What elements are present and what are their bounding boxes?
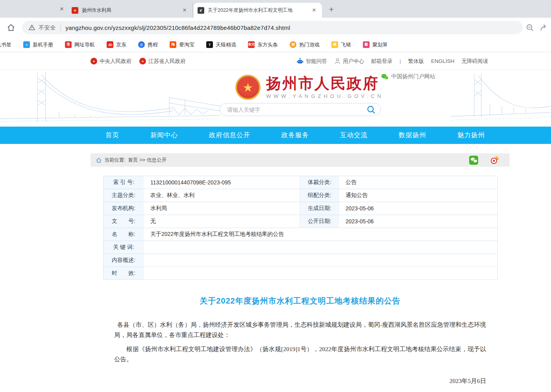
bookmark-jd[interactable]: JD 京东 xyxy=(107,41,126,48)
bookmark-label: 热门游戏 xyxy=(299,41,320,48)
bookmark-label: 京东 xyxy=(116,41,126,48)
bookmark-hot-games[interactable]: 游 热门游戏 xyxy=(290,41,320,48)
link-english[interactable]: ENGLISH xyxy=(431,58,454,64)
nav-data-yangzhou[interactable]: 数据扬州 xyxy=(399,131,426,140)
link-central-government[interactable]: ★ 中央人民政府 xyxy=(91,58,131,65)
link-label: 用户中心 xyxy=(343,58,364,65)
meta-label: 内容概述: xyxy=(104,254,144,267)
close-tab-icon[interactable]: × xyxy=(310,6,318,14)
eastday-icon: 东方 xyxy=(248,41,255,48)
site-logo[interactable]: ★ 扬州市人民政府 WWW.YANGZHOU.GOV.CN xyxy=(235,75,384,100)
gov-emblem-icon: ★ xyxy=(91,58,97,64)
link-traditional-chinese[interactable]: 繁体版 xyxy=(408,58,424,65)
bookmark-aitaobao[interactable]: 淘 爱淘宝 xyxy=(170,41,194,48)
search-icon[interactable] xyxy=(366,105,376,114)
page-content: 当前位置: 首页 >> 信息公开 索 引 号: 1132100001440709… xyxy=(91,144,510,392)
bookmark-juhuasuan[interactable]: 聚 聚划算 xyxy=(363,41,388,48)
meta-label: 文 号: xyxy=(104,215,144,228)
announcement-article: 关于2022年度扬州市水利工程文明工地考核结果的公告 各县（市、区）水利（务）局… xyxy=(91,296,510,392)
bookmark-phone-bookmarks[interactable]: 机书签 xyxy=(0,41,11,48)
link-label: 中央人民政府 xyxy=(100,58,131,65)
nav-home[interactable]: 首页 xyxy=(105,131,119,140)
link-label: 邮箱登录 xyxy=(371,58,392,65)
wechat-icon xyxy=(381,74,388,80)
link-user-center[interactable]: 用户中心 xyxy=(334,58,364,65)
gov-emblem-icon: ★ xyxy=(139,58,146,64)
site-name: 扬州市人民政府 xyxy=(266,75,384,92)
tab-title: 关于2022年度扬州市水利工程文明工地 xyxy=(208,7,308,14)
security-label[interactable]: 不安全 xyxy=(39,24,56,31)
tab-yangzhou-water-bureau[interactable]: ★ 扬州市水利局 × xyxy=(68,3,193,18)
share-icon[interactable] xyxy=(540,23,548,32)
breadcrumb-home[interactable]: 首页 xyxy=(128,157,138,164)
link-smart-qa[interactable]: 智能问答 xyxy=(296,57,327,65)
bookmark-tmall[interactable]: T 天猫精选 xyxy=(206,41,236,48)
nav-gov-info-disclosure[interactable]: 政府信息公开 xyxy=(209,131,250,140)
tab-bar: × ★ 扬州市水利局 × e 关于2022年度扬州市水利工程文明工地 × + xyxy=(0,0,551,18)
breadcrumb-current[interactable]: 信息公开 xyxy=(147,157,166,164)
article-paragraph: 各县（市、区）水利（务）局，扬州经济开发区城乡事务管理局，生态科技新城规划建设局… xyxy=(114,320,486,340)
close-tab-icon[interactable]: × xyxy=(181,6,189,14)
meta-value xyxy=(144,241,497,254)
link-label: 无障碍阅读 xyxy=(462,58,488,65)
table-row: 时 效: xyxy=(104,267,497,280)
home-icon[interactable] xyxy=(6,22,17,33)
bookmark-fliggy[interactable]: 猪 飞猪 xyxy=(331,41,351,48)
breadcrumb-prefix: 当前位置: xyxy=(104,157,125,164)
bookmark-label: 飞猪 xyxy=(341,41,351,48)
meta-value: 水利局 xyxy=(144,202,300,215)
meta-label: 生成日期: xyxy=(300,202,339,215)
close-tab-icon[interactable]: × xyxy=(57,5,66,13)
meta-label: 体裁分类: xyxy=(300,176,339,189)
site-url: WWW.YANGZHOU.GOV.CN xyxy=(266,93,384,99)
document-meta-table: 索 引 号: 11321000014407098E-2023-095 体裁分类:… xyxy=(103,176,498,280)
share-wechat-icon[interactable] xyxy=(469,156,478,165)
browser-window: × ★ 扬州市水利局 × e 关于2022年度扬州市水利工程文明工地 × + 不… xyxy=(0,0,551,392)
bookmark-label: 携程 xyxy=(148,41,158,48)
meta-value: 11321000014407098E-2023-095 xyxy=(144,176,300,189)
games-icon: 游 xyxy=(290,41,296,48)
bookmark-eastday[interactable]: 东方 东方头条 xyxy=(248,41,278,48)
table-row: 关 键 词: xyxy=(104,241,497,254)
nav-gov-services[interactable]: 政务服务 xyxy=(281,131,309,140)
table-row: 名 称: 关于2022年度扬州市水利工程文明工地考核结果的公告 xyxy=(104,228,497,241)
tab-announcement-active[interactable]: e 关于2022年度扬州市水利工程文明工地 × xyxy=(194,3,322,18)
new-tab-button[interactable]: + xyxy=(326,4,337,15)
table-row: 发布机构: 水利局 生成日期: 2023-05-06 xyxy=(104,202,497,215)
share-weibo-icon[interactable] xyxy=(490,155,499,165)
bookmark-ctrip[interactable]: C 携程 xyxy=(138,41,158,48)
url-omnibox[interactable]: 不安全 yangzhou.gov.cn/yzszxxgk/slj/202305/… xyxy=(22,21,523,34)
nav-charm-yangzhou[interactable]: 魅力扬州 xyxy=(457,131,485,140)
omnibox-divider xyxy=(61,24,61,31)
portal-link[interactable]: 中国扬州门户网站 xyxy=(381,73,435,80)
zoom-out-icon[interactable] xyxy=(526,24,534,32)
link-mail-login[interactable]: 邮箱登录 xyxy=(371,58,392,65)
meta-value xyxy=(144,267,497,280)
search-input[interactable] xyxy=(227,107,366,113)
bookmark-label: 机书签 xyxy=(0,41,11,48)
link-label: 江苏省人民政府 xyxy=(148,58,186,65)
article-date: 2023年5月6日 xyxy=(114,377,486,385)
bookmark-label: 爱淘宝 xyxy=(179,41,194,48)
meta-value: 无 xyxy=(144,215,300,228)
user-icon xyxy=(334,58,341,64)
link-accessibility[interactable]: 无障碍阅读 xyxy=(462,58,488,65)
nav-news-center[interactable]: 新闻中心 xyxy=(150,131,178,140)
tmall-icon: T xyxy=(206,41,213,48)
url-text[interactable]: yangzhou.gov.cn/yzszxxgk/slj/202305/210c… xyxy=(66,24,290,31)
bookmarks-bar: 机书签 ≡ 新机手册 导 网址导航 JD 京东 C 携程 淘 爱淘宝 T 天猫精… xyxy=(0,37,551,52)
meta-value: 公告 xyxy=(339,176,497,189)
ctrip-icon: C xyxy=(138,41,145,48)
table-row: 文 号: 无 公开日期: 2023-05-06 xyxy=(104,215,497,228)
home-icon xyxy=(96,158,102,163)
bookmark-url-navigation[interactable]: 导 网址导航 xyxy=(65,41,95,48)
divider: | xyxy=(399,58,401,64)
nav-interaction[interactable]: 互动交流 xyxy=(340,131,368,140)
meta-value: 2023-05-06 xyxy=(339,202,497,215)
bookmark-xinji-manual[interactable]: ≡ 新机手册 xyxy=(23,41,53,48)
link-jiangsu-government[interactable]: ★ 江苏省人民政府 xyxy=(139,58,186,65)
meta-value: 关于2022年度扬州市水利工程文明工地考核结果的公告 xyxy=(144,228,497,241)
portal-label: 中国扬州门户网站 xyxy=(391,73,435,80)
site-search xyxy=(220,103,381,116)
robot-icon xyxy=(296,57,304,65)
